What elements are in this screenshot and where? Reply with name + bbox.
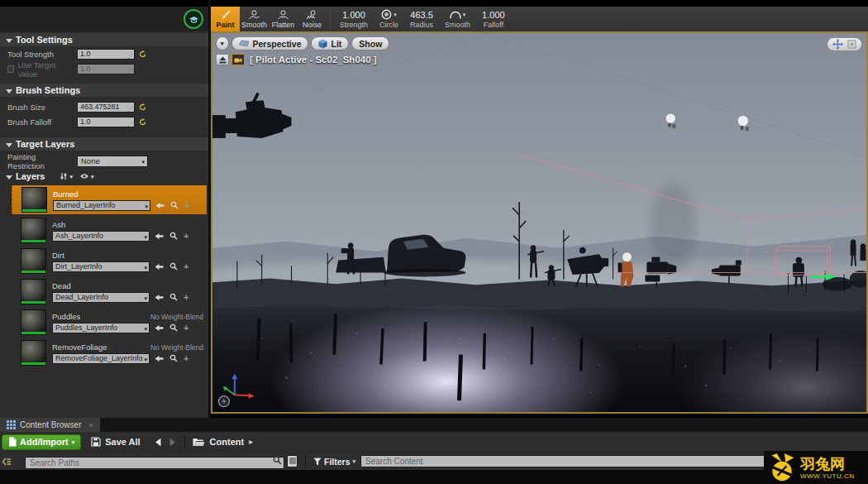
brush-size-label: Brush Size <box>0 103 73 112</box>
sources-toggle-icon[interactable] <box>2 457 12 467</box>
search-paths-input[interactable] <box>25 457 284 469</box>
assign-from-selection-icon[interactable] <box>155 232 164 240</box>
eye-icon <box>79 173 89 180</box>
brush-falloff-spinbox[interactable]: 1.0⋰ <box>77 117 135 127</box>
strength-value[interactable]: 1.000 <box>342 10 365 20</box>
breadcrumb[interactable]: Content ▶ <box>193 437 253 447</box>
layer-row[interactable]: Dirt Dirt_LayerInfo▾ + <box>12 247 207 276</box>
pilot-camera-button[interactable] <box>231 54 245 65</box>
collapse-arrow-icon[interactable] <box>6 89 12 93</box>
viewport-scene[interactable] <box>212 33 866 412</box>
tool-flatten-button[interactable]: Flatten <box>269 7 298 31</box>
brush-size-spinbox[interactable]: 463.475281⋰ <box>77 102 135 113</box>
collapse-arrow-icon[interactable] <box>6 175 12 180</box>
tool-strength-spinbox[interactable]: 1.0⋰ <box>77 49 135 60</box>
falloff-value[interactable]: 1.000 <box>482 10 505 20</box>
view-options-button[interactable] <box>287 455 298 467</box>
layer-thumbnail[interactable] <box>21 218 46 243</box>
collapse-arrow-icon[interactable] <box>6 143 12 147</box>
breadcrumb-arrow-icon[interactable]: ▶ <box>249 439 253 444</box>
layer-thumbnail[interactable] <box>21 309 46 335</box>
falloff-shape-setting[interactable]: ▾ Smooth <box>439 7 476 31</box>
viewport-options-button[interactable]: ▾ <box>216 36 229 50</box>
layer-thumbnail[interactable] <box>21 248 46 274</box>
layer-info-dropdown[interactable]: Puddles_LayerInfo▾ <box>52 323 150 333</box>
layer-info-dropdown[interactable]: Ash_LayerInfo▾ <box>52 231 150 242</box>
assign-from-selection-icon[interactable] <box>155 324 164 332</box>
perspective-button[interactable]: Perspective <box>231 36 309 50</box>
lit-button[interactable]: Lit <box>311 36 349 50</box>
tool-paint-button[interactable]: Paint <box>211 7 240 31</box>
tool-noise-button[interactable]: Noise <box>298 7 327 31</box>
falloff-setting[interactable]: 1.000 Falloff <box>476 7 511 31</box>
brush-shape-setting[interactable]: ▾ Circle <box>374 7 404 31</box>
painting-restriction-dropdown[interactable]: None▾ <box>77 156 148 167</box>
create-layer-info-icon[interactable]: + <box>184 262 188 271</box>
back-icon[interactable] <box>154 438 162 447</box>
save-all-button[interactable]: Save All <box>91 437 140 447</box>
layer-row[interactable]: Ash Ash_LayerInfo▾ + <box>12 216 207 245</box>
reset-to-default-icon[interactable] <box>139 50 146 58</box>
add-import-button[interactable]: Add/Import ▾ <box>2 434 81 450</box>
tab-content-browser[interactable]: Content Browser × <box>0 418 100 432</box>
section-target-layers[interactable]: Target Layers <box>0 137 208 151</box>
section-brush-settings[interactable]: Brush Settings <box>0 84 208 97</box>
find-in-content-browser-icon[interactable] <box>169 232 178 240</box>
assign-from-selection-icon[interactable] <box>155 263 164 271</box>
create-layer-info-icon[interactable]: + <box>184 354 188 363</box>
layer-sort-button[interactable]: ▾ <box>60 172 73 180</box>
layer-info-dropdown[interactable]: RemoveFoliage_LayerInfo▾ <box>52 353 150 364</box>
spin-drag-icon[interactable]: ⋰ <box>127 104 133 113</box>
strength-setting[interactable]: 1.000 Strength <box>334 7 374 31</box>
spin-drag-icon[interactable]: ⋰ <box>127 51 133 60</box>
radius-value[interactable]: 463.5 <box>410 10 433 20</box>
assign-from-selection-icon[interactable] <box>155 294 164 301</box>
tutorial-icon[interactable] <box>184 9 203 29</box>
tool-smooth-button[interactable]: Smooth <box>240 7 269 31</box>
create-layer-info-icon[interactable]: + <box>184 293 188 302</box>
layer-row[interactable]: Burned Burned_LayerInfo▾ + <box>12 185 207 214</box>
section-layers[interactable]: Layers ▾ ▾ <box>0 170 208 183</box>
layer-row[interactable]: Dead Dead_LayerInfo▾ + <box>12 277 207 306</box>
lit-label: Lit <box>331 39 341 49</box>
create-layer-info-icon[interactable]: + <box>184 323 188 333</box>
use-target-checkbox[interactable] <box>7 65 14 73</box>
layer-info-dropdown[interactable]: Dead_LayerInfo▾ <box>52 292 150 303</box>
find-in-content-browser-icon[interactable] <box>169 323 178 332</box>
chevron-down-icon[interactable]: ▾ <box>393 12 397 17</box>
create-layer-info-icon[interactable]: + <box>184 201 189 210</box>
find-in-content-browser-icon[interactable] <box>169 293 178 301</box>
forward-icon[interactable] <box>169 438 177 447</box>
breadcrumb-path-label[interactable]: Content <box>210 437 245 447</box>
layer-info-dropdown[interactable]: Burned_LayerInfo▾ <box>53 200 150 211</box>
radius-setting[interactable]: 463.5 Radius <box>404 7 439 31</box>
layer-thumbnail[interactable] <box>21 187 47 213</box>
assign-from-selection-icon[interactable] <box>155 355 164 362</box>
filters-button[interactable]: Filters ▾ <box>313 457 355 467</box>
chevron-down-icon[interactable]: ▾ <box>463 12 466 17</box>
target-layers-title: Target Layers <box>16 139 74 149</box>
layer-info-dropdown[interactable]: Dirt_LayerInfo▾ <box>52 261 150 272</box>
move-viewport-icon[interactable] <box>832 39 843 50</box>
collapse-arrow-icon[interactable] <box>6 39 12 43</box>
show-button[interactable]: Show <box>351 36 389 50</box>
search-content-input[interactable] <box>360 455 797 467</box>
layer-thumbnail[interactable] <box>21 279 46 304</box>
reset-to-default-icon[interactable] <box>139 103 146 111</box>
find-in-content-browser-icon[interactable] <box>170 201 179 209</box>
layer-visibility-button[interactable]: ▾ <box>79 173 94 180</box>
find-in-content-browser-icon[interactable] <box>169 262 178 271</box>
eject-pilot-button[interactable] <box>216 54 229 65</box>
maximize-viewport-icon[interactable] <box>847 40 856 49</box>
reset-to-default-icon[interactable] <box>139 118 146 126</box>
assign-from-selection-icon[interactable] <box>155 202 165 209</box>
viewport[interactable]: ▾ Perspective Lit Show [ Pilot Active - … <box>211 31 868 414</box>
layer-thumbnail[interactable] <box>21 340 46 366</box>
close-icon[interactable]: × <box>88 421 93 429</box>
create-layer-info-icon[interactable]: + <box>184 232 188 241</box>
layer-row[interactable]: Puddles No Weight-Blend Puddles_LayerInf… <box>12 308 207 337</box>
layer-row[interactable]: RemoveFoliage No Weight-Blend RemoveFoli… <box>12 338 207 367</box>
spin-drag-icon[interactable]: ⋰ <box>127 119 133 127</box>
find-in-content-browser-icon[interactable] <box>169 354 178 362</box>
section-tool-settings[interactable]: Tool Settings <box>0 33 208 46</box>
